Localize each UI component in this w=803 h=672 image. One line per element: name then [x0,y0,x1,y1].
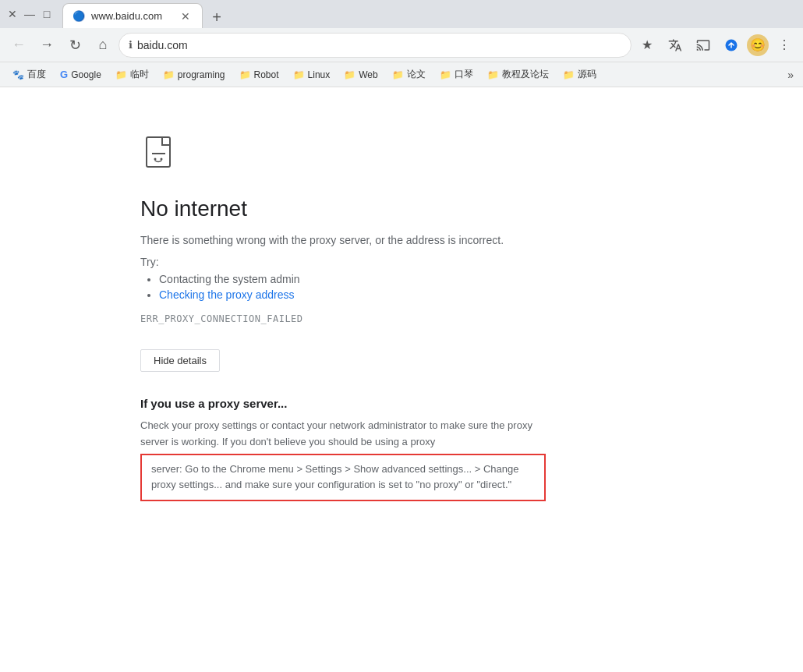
tab-bar: 🔵 www.baidu.com ✕ + [62,0,797,28]
list-item: Contacting the system admin [159,273,546,285]
checking-proxy-link[interactable]: Checking the proxy address [159,288,295,301]
bookmark-label: 论文 [407,68,426,81]
bookmark-item-tmp[interactable]: 📁 临时 [109,65,155,83]
folder-icon: 📁 [440,69,451,80]
bookmark-label: Robot [254,69,279,80]
security-info-icon: ℹ [129,39,133,51]
bookmark-label: Web [359,69,377,80]
folder-icon: 📁 [392,69,404,80]
try-label: Try: [140,256,546,268]
bookmark-star-button[interactable]: ★ [635,33,660,58]
cast-button[interactable] [691,33,716,58]
title-bar: ✕ — □ 🔵 www.baidu.com ✕ + [0,0,803,28]
error-list: Contacting the system admin Checking the… [140,273,546,301]
bookmarks-bar: 🐾 百度 G Google 📁 临时 📁 programing 📁 Robot … [0,62,803,87]
menu-button[interactable]: ⋮ [772,33,797,58]
folder-icon: 📁 [239,69,251,80]
list-item-text: Contacting the system admin [159,273,300,285]
bookmark-item-paper[interactable]: 📁 论文 [386,65,432,83]
cast-icon [696,38,710,52]
bookmarks-overflow-button[interactable]: » [784,69,797,81]
bookmark-label: 教程及论坛 [502,68,549,81]
translate-button[interactable] [663,33,688,58]
bookmark-item-google[interactable]: G Google [54,66,108,83]
hide-details-button[interactable]: Hide details [140,349,220,372]
toolbar: ← → ↻ ⌂ ℹ baidu.com ★ [0,28,803,62]
svg-rect-1 [147,137,170,167]
bookmark-item-baidu[interactable]: 🐾 百度 [6,65,52,83]
proxy-section: If you use a proxy server... Check your … [140,397,546,501]
folder-icon: 📁 [344,69,356,80]
translate-icon [668,38,682,52]
folder-icon: 📁 [115,69,127,80]
error-title: No internet [140,196,546,221]
profile-avatar-button[interactable]: 😊 [747,34,769,56]
bookmark-label: Google [71,69,101,80]
bookmark-item-harmonica[interactable]: 📁 口琴 [433,65,479,83]
active-tab[interactable]: 🔵 www.baidu.com ✕ [62,3,203,28]
bookmark-item-linux[interactable]: 📁 Linux [287,67,337,83]
window-controls: ✕ — □ [6,8,53,20]
error-code: ERR_PROXY_CONNECTION_FAILED [140,313,546,324]
menu-icon: ⋮ [778,37,791,52]
bookmark-item-tutorials[interactable]: 📁 教程及论坛 [481,65,555,83]
svg-point-3 [154,158,157,161]
proxy-section-text: Check your proxy settings or contact you… [140,418,546,451]
bookmark-label: 口琴 [455,68,473,81]
minimize-window-button[interactable]: — [23,8,36,20]
bookmark-label: programing [178,69,225,80]
bookmark-item-programming[interactable]: 📁 programing [157,67,232,83]
folder-icon: 📁 [293,69,305,80]
tab-close-button[interactable]: ✕ [179,9,193,23]
proxy-section-heading: If you use a proxy server... [140,397,546,410]
tab-favicon-icon: 🔵 [73,10,85,23]
home-button[interactable]: ⌂ [90,33,115,58]
close-window-button[interactable]: ✕ [6,8,19,20]
toolbar-right: ★ 😊 ⋮ [635,33,797,58]
bookmark-label: 百度 [27,68,46,81]
bookmark-icon-google: G [60,69,68,80]
back-button[interactable]: ← [6,33,31,58]
list-item: Checking the proxy address [159,288,546,301]
address-text: baidu.com [137,39,621,51]
bookmark-label: 源码 [578,68,596,81]
bookmark-label: 临时 [130,68,149,81]
error-icon [140,134,181,175]
page-content: No internet There is something wrong wit… [0,87,803,672]
share-button[interactable] [719,33,744,58]
maximize-window-button[interactable]: □ [41,8,53,20]
bookmark-item-web[interactable]: 📁 Web [338,67,384,83]
folder-icon: 📁 [487,69,499,80]
refresh-button[interactable]: ↻ [62,33,87,58]
error-description: There is something wrong with the proxy … [140,234,546,246]
bookmark-item-source[interactable]: 📁 源码 [557,65,603,83]
share-icon [724,38,738,52]
folder-icon: 📁 [563,69,575,80]
bookmark-item-robot[interactable]: 📁 Robot [233,67,285,83]
svg-point-4 [161,158,163,161]
bookmark-label: Linux [308,69,331,80]
star-icon: ★ [642,37,653,52]
bookmark-icon: 🐾 [12,69,24,80]
avatar-icon: 😊 [750,37,766,52]
folder-icon: 📁 [163,69,175,80]
error-page: No internet There is something wrong wit… [0,87,546,532]
new-tab-button[interactable]: + [206,6,228,28]
browser-frame: ✕ — □ 🔵 www.baidu.com ✕ + ← → ↻ ⌂ ℹ baid… [0,0,803,672]
address-bar[interactable]: ℹ baidu.com [119,33,631,58]
proxy-highlight-text: server: Go to the Chrome menu > Settings… [151,463,519,491]
tab-title: www.baidu.com [91,10,172,22]
proxy-highlight-box: server: Go to the Chrome menu > Settings… [140,454,546,502]
forward-button[interactable]: → [34,33,59,58]
